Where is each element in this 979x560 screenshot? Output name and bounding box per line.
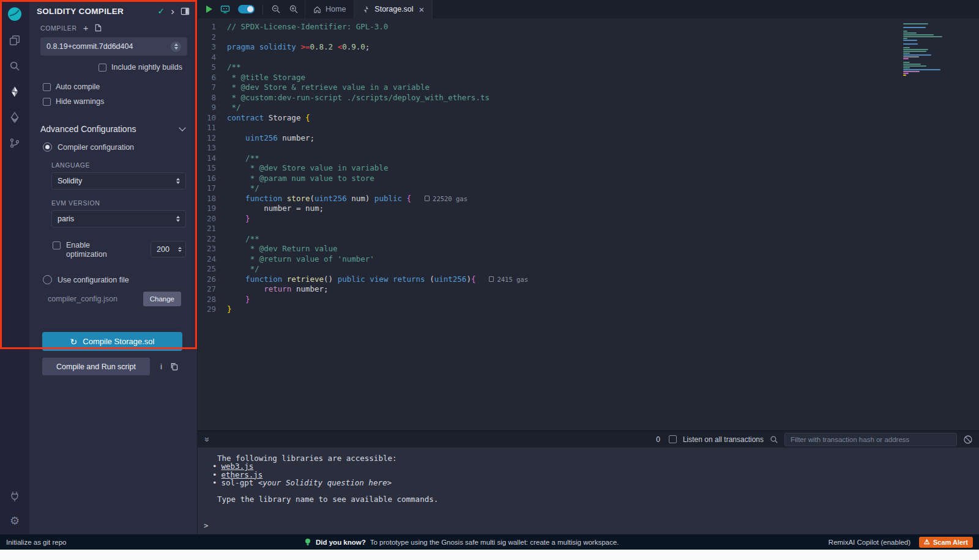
hide-warnings-checkbox[interactable] (43, 98, 51, 106)
code-line: 7 * @dev Store & retrieve value in a var… (198, 83, 979, 93)
expand-terminal-icon[interactable]: » (203, 437, 212, 442)
compiler-version-select[interactable]: 0.8.19+commit.7dd6d404 (40, 37, 187, 56)
line-number: 5 (198, 62, 227, 73)
compile-and-run-button[interactable]: Compile and Run script (42, 358, 150, 375)
code-line: 18 function store(uint256 num) public {2… (198, 194, 979, 204)
gas-estimate: 2415 gas (489, 274, 528, 285)
open-file-icon[interactable] (94, 24, 102, 32)
listen-all-label: Listen on all transactions (683, 435, 764, 444)
transaction-count: 0 (656, 435, 660, 444)
line-number: 29 (198, 304, 227, 315)
line-number: 26 (198, 274, 227, 285)
copilot-toggle[interactable] (238, 5, 255, 13)
code-editor[interactable]: 1// SPDX-License-Identifier: GPL-3.023pr… (198, 18, 979, 430)
language-label: LANGUAGE (51, 161, 197, 169)
add-custom-compiler-icon[interactable]: + (83, 23, 89, 32)
plugin-manager-icon[interactable] (9, 490, 21, 503)
include-nightly-label: Include nightly builds (111, 63, 182, 72)
terminal-line: •ethers.js (212, 471, 979, 479)
terminal-line: •web3.js (212, 462, 979, 470)
version-stepper-icon (171, 42, 181, 52)
info-icon[interactable]: i (160, 362, 162, 371)
optimization-runs-input[interactable]: 200 (151, 241, 186, 257)
compile-button-label: Compile Storage.sol (83, 337, 154, 346)
hide-warnings-row: Hide warnings (29, 97, 197, 106)
include-nightly-checkbox[interactable] (99, 64, 106, 72)
code-lines: 1// SPDX-License-Identifier: GPL-3.023pr… (198, 18, 979, 315)
editor-toolbar: Home Storage.sol × (198, 0, 979, 18)
solidity-file-icon (362, 6, 370, 13)
tab-home[interactable]: Home (305, 0, 354, 18)
select-caret-icon (176, 178, 180, 184)
code-line: 8 * @custom:dev-run-script ./scripts/dep… (198, 93, 979, 103)
pin-panel-icon[interactable] (181, 7, 190, 16)
optimization-row: Enable optimization 200 (29, 241, 197, 259)
terminal-prompt: > (204, 521, 979, 529)
search-icon[interactable] (9, 60, 21, 72)
line-number: 8 (198, 93, 227, 103)
advanced-configurations-header[interactable]: Advanced Configurations (40, 124, 185, 134)
code-line: 26 function retrieve() public view retur… (198, 274, 979, 285)
code-line: 4 (198, 53, 979, 63)
tab-home-label: Home (326, 5, 346, 13)
git-init-button[interactable]: Initialize as git repo (6, 539, 66, 546)
enable-optimization-checkbox[interactable] (53, 241, 61, 249)
use-config-file-label: Use configuration file (58, 276, 129, 284)
file-explorer-icon[interactable] (9, 34, 21, 46)
code-line: 24 * @return value of 'number' (198, 254, 979, 265)
remix-logo[interactable] (7, 6, 23, 22)
language-select[interactable]: Solidity (51, 172, 186, 190)
line-number: 3 (198, 42, 227, 53)
compile-button[interactable]: ↻ Compile Storage.sol (42, 332, 182, 351)
copy-icon[interactable] (170, 363, 178, 370)
line-number: 9 (198, 103, 227, 113)
chevron-right-icon[interactable]: › (171, 6, 174, 17)
code-line: 27 return number; (198, 284, 979, 295)
icon-rail: ⚙ (0, 0, 29, 534)
tab-storage-sol[interactable]: Storage.sol × (354, 0, 433, 18)
line-number: 21 (198, 224, 227, 234)
panel-title: SOLIDITY COMPILER (37, 7, 158, 16)
tab-storage-label: Storage.sol (374, 5, 413, 13)
terminal-output[interactable]: The following libraries are accessible:•… (198, 448, 979, 534)
settings-icon[interactable]: ⚙ (9, 515, 21, 527)
compiler-configuration-radio[interactable] (43, 142, 52, 152)
terminal-toolbar: » 0 Listen on all transactions (198, 430, 979, 448)
zoom-out-icon[interactable] (271, 4, 281, 14)
copilot-status: RemixAI Copilot (enabled) (828, 539, 910, 546)
evm-version-value: paris (58, 215, 176, 223)
select-caret-icon (176, 216, 180, 222)
solidity-compiler-icon[interactable] (9, 86, 21, 98)
listen-all-checkbox[interactable] (669, 435, 677, 443)
number-stepper-icon[interactable] (178, 247, 182, 252)
code-line: 12 uint256 number; (198, 133, 979, 144)
compile-success-check-icon: ✓ (158, 6, 165, 16)
line-number: 17 (198, 183, 227, 194)
minimap[interactable] (903, 23, 968, 76)
lightbulb-icon (304, 538, 311, 546)
code-line: 22 /** (198, 234, 979, 245)
line-number: 25 (198, 264, 227, 274)
tab-strip: Home Storage.sol × (305, 0, 433, 18)
code-line: 23 * @dev Return value (198, 244, 979, 254)
auto-compile-row: Auto compile (29, 83, 197, 91)
advanced-configurations-title: Advanced Configurations (40, 124, 180, 134)
evm-version-select[interactable]: paris (51, 210, 186, 227)
run-script-icon[interactable] (206, 6, 212, 13)
search-icon[interactable] (770, 435, 778, 444)
terminal-line: •sol-gpt <your Solidity question here> (212, 479, 979, 487)
change-config-button[interactable]: Change (143, 292, 181, 306)
use-config-file-radio[interactable] (43, 275, 52, 284)
chevron-down-icon (179, 124, 185, 131)
git-icon[interactable] (9, 137, 21, 149)
transaction-filter-input[interactable] (784, 433, 957, 446)
auto-compile-checkbox[interactable] (43, 83, 51, 91)
deploy-run-icon[interactable] (9, 111, 21, 123)
scam-alert-label: Scam Alert (933, 539, 968, 546)
close-tab-icon[interactable]: × (419, 5, 425, 14)
block-transactions-icon[interactable] (963, 435, 973, 444)
toolbar-divider (262, 4, 263, 14)
scam-alert-button[interactable]: ⚠ Scam Alert (919, 537, 973, 548)
zoom-in-icon[interactable] (289, 4, 299, 14)
remix-ai-icon[interactable] (220, 4, 230, 14)
